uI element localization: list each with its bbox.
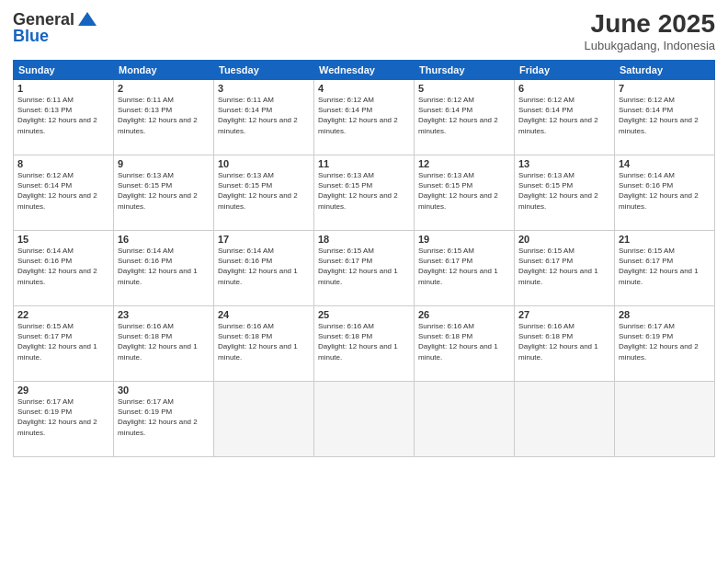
calendar-cell: 3 Sunrise: 6:11 AMSunset: 6:14 PMDayligh…	[214, 80, 314, 155]
day-info: Sunrise: 6:17 AMSunset: 6:19 PMDaylight:…	[619, 321, 711, 362]
calendar-cell: 30 Sunrise: 6:17 AMSunset: 6:19 PMDaylig…	[114, 382, 214, 457]
calendar-cell: 25 Sunrise: 6:16 AMSunset: 6:18 PMDaylig…	[314, 306, 415, 382]
day-info: Sunrise: 6:16 AMSunset: 6:18 PMDaylight:…	[118, 321, 210, 362]
day-number: 24	[218, 309, 310, 320]
day-number: 10	[218, 158, 310, 169]
day-info: Sunrise: 6:13 AMSunset: 6:15 PMDaylight:…	[218, 170, 310, 212]
calendar-header-friday: Friday	[515, 61, 615, 80]
calendar-cell	[214, 382, 314, 457]
calendar-cell: 24 Sunrise: 6:16 AMSunset: 6:18 PMDaylig…	[214, 306, 314, 382]
day-info: Sunrise: 6:14 AMSunset: 6:16 PMDaylight:…	[118, 246, 210, 287]
day-number: 9	[118, 158, 210, 169]
calendar-cell: 12 Sunrise: 6:13 AMSunset: 6:15 PMDaylig…	[415, 155, 515, 231]
calendar-cell	[314, 382, 415, 457]
day-info: Sunrise: 6:11 AMSunset: 6:14 PMDaylight:…	[218, 95, 310, 136]
calendar-header-monday: Monday	[114, 61, 214, 80]
day-info: Sunrise: 6:12 AMSunset: 6:14 PMDaylight:…	[518, 95, 610, 136]
calendar-week-3: 15 Sunrise: 6:14 AMSunset: 6:16 PMDaylig…	[14, 231, 715, 306]
day-number: 22	[17, 309, 109, 320]
day-info: Sunrise: 6:15 AMSunset: 6:17 PMDaylight:…	[17, 321, 109, 362]
day-info: Sunrise: 6:15 AMSunset: 6:17 PMDaylight:…	[518, 246, 610, 287]
day-info: Sunrise: 6:11 AMSunset: 6:13 PMDaylight:…	[118, 95, 210, 136]
title-block: June 2025 Lubukgadang, Indonesia	[585, 9, 715, 52]
day-number: 26	[418, 309, 510, 320]
day-number: 30	[118, 385, 210, 396]
day-number: 1	[17, 83, 109, 94]
page: General Blue June 2025 Lubukgadang, Indo…	[0, 0, 728, 563]
day-number: 18	[318, 234, 410, 245]
day-info: Sunrise: 6:12 AMSunset: 6:14 PMDaylight:…	[318, 95, 410, 136]
day-number: 6	[518, 83, 610, 94]
day-number: 7	[619, 83, 711, 94]
calendar-cell: 17 Sunrise: 6:14 AMSunset: 6:16 PMDaylig…	[214, 231, 314, 306]
calendar-cell: 11 Sunrise: 6:13 AMSunset: 6:15 PMDaylig…	[314, 155, 415, 231]
calendar-cell: 9 Sunrise: 6:13 AMSunset: 6:15 PMDayligh…	[114, 155, 214, 231]
day-number: 13	[518, 158, 610, 169]
day-info: Sunrise: 6:12 AMSunset: 6:14 PMDaylight:…	[418, 95, 510, 136]
title-location: Lubukgadang, Indonesia	[585, 39, 715, 52]
calendar-table: SundayMondayTuesdayWednesdayThursdayFrid…	[13, 60, 715, 457]
day-info: Sunrise: 6:15 AMSunset: 6:17 PMDaylight:…	[318, 246, 410, 287]
calendar-cell: 14 Sunrise: 6:14 AMSunset: 6:16 PMDaylig…	[615, 155, 715, 231]
calendar-week-4: 22 Sunrise: 6:15 AMSunset: 6:17 PMDaylig…	[14, 306, 715, 382]
calendar-cell: 22 Sunrise: 6:15 AMSunset: 6:17 PMDaylig…	[14, 306, 114, 382]
calendar-cell	[515, 382, 615, 457]
calendar-cell: 27 Sunrise: 6:16 AMSunset: 6:18 PMDaylig…	[515, 306, 615, 382]
day-number: 20	[518, 234, 610, 245]
day-info: Sunrise: 6:16 AMSunset: 6:18 PMDaylight:…	[318, 321, 410, 362]
calendar-cell: 4 Sunrise: 6:12 AMSunset: 6:14 PMDayligh…	[314, 80, 415, 155]
day-number: 8	[17, 158, 109, 169]
day-number: 29	[17, 385, 109, 396]
day-number: 3	[218, 83, 310, 94]
calendar-cell: 10 Sunrise: 6:13 AMSunset: 6:15 PMDaylig…	[214, 155, 314, 231]
day-number: 11	[318, 158, 410, 169]
day-info: Sunrise: 6:13 AMSunset: 6:15 PMDaylight:…	[518, 170, 610, 212]
calendar-header-wednesday: Wednesday	[314, 61, 415, 80]
day-info: Sunrise: 6:14 AMSunset: 6:16 PMDaylight:…	[218, 246, 310, 287]
day-info: Sunrise: 6:12 AMSunset: 6:14 PMDaylight:…	[17, 170, 109, 212]
calendar-cell: 21 Sunrise: 6:15 AMSunset: 6:17 PMDaylig…	[615, 231, 715, 306]
calendar-header-sunday: Sunday	[14, 61, 114, 80]
calendar-cell: 18 Sunrise: 6:15 AMSunset: 6:17 PMDaylig…	[314, 231, 415, 306]
calendar-cell: 2 Sunrise: 6:11 AMSunset: 6:13 PMDayligh…	[114, 80, 214, 155]
calendar-cell	[615, 382, 715, 457]
calendar-cell: 28 Sunrise: 6:17 AMSunset: 6:19 PMDaylig…	[615, 306, 715, 382]
day-info: Sunrise: 6:13 AMSunset: 6:15 PMDaylight:…	[418, 170, 510, 212]
calendar-cell: 5 Sunrise: 6:12 AMSunset: 6:14 PMDayligh…	[415, 80, 515, 155]
calendar-cell: 23 Sunrise: 6:16 AMSunset: 6:18 PMDaylig…	[114, 306, 214, 382]
header: General Blue June 2025 Lubukgadang, Indo…	[13, 9, 715, 52]
day-info: Sunrise: 6:12 AMSunset: 6:14 PMDaylight:…	[619, 95, 711, 136]
calendar-cell: 26 Sunrise: 6:16 AMSunset: 6:18 PMDaylig…	[415, 306, 515, 382]
calendar-week-2: 8 Sunrise: 6:12 AMSunset: 6:14 PMDayligh…	[14, 155, 715, 231]
logo: General Blue	[13, 9, 98, 46]
calendar-cell: 19 Sunrise: 6:15 AMSunset: 6:17 PMDaylig…	[415, 231, 515, 306]
day-number: 17	[218, 234, 310, 245]
calendar-cell: 8 Sunrise: 6:12 AMSunset: 6:14 PMDayligh…	[14, 155, 114, 231]
calendar-cell: 6 Sunrise: 6:12 AMSunset: 6:14 PMDayligh…	[515, 80, 615, 155]
calendar-cell	[415, 382, 515, 457]
day-info: Sunrise: 6:17 AMSunset: 6:19 PMDaylight:…	[118, 396, 210, 438]
day-number: 12	[418, 158, 510, 169]
day-number: 14	[619, 158, 711, 169]
day-number: 25	[318, 309, 410, 320]
day-number: 23	[118, 309, 210, 320]
day-info: Sunrise: 6:14 AMSunset: 6:16 PMDaylight:…	[619, 170, 711, 212]
day-info: Sunrise: 6:17 AMSunset: 6:19 PMDaylight:…	[17, 396, 109, 438]
day-number: 28	[619, 309, 711, 320]
logo-icon	[76, 9, 98, 31]
day-info: Sunrise: 6:16 AMSunset: 6:18 PMDaylight:…	[218, 321, 310, 362]
day-info: Sunrise: 6:13 AMSunset: 6:15 PMDaylight:…	[118, 170, 210, 212]
day-number: 5	[418, 83, 510, 94]
calendar-cell: 29 Sunrise: 6:17 AMSunset: 6:19 PMDaylig…	[14, 382, 114, 457]
day-number: 16	[118, 234, 210, 245]
day-number: 4	[318, 83, 410, 94]
calendar-cell: 15 Sunrise: 6:14 AMSunset: 6:16 PMDaylig…	[14, 231, 114, 306]
day-number: 2	[118, 83, 210, 94]
day-info: Sunrise: 6:14 AMSunset: 6:16 PMDaylight:…	[17, 246, 109, 287]
day-info: Sunrise: 6:16 AMSunset: 6:18 PMDaylight:…	[418, 321, 510, 362]
calendar-week-1: 1 Sunrise: 6:11 AMSunset: 6:13 PMDayligh…	[14, 80, 715, 155]
calendar-cell: 7 Sunrise: 6:12 AMSunset: 6:14 PMDayligh…	[615, 80, 715, 155]
day-info: Sunrise: 6:13 AMSunset: 6:15 PMDaylight:…	[318, 170, 410, 212]
day-number: 27	[518, 309, 610, 320]
calendar-header-row: SundayMondayTuesdayWednesdayThursdayFrid…	[14, 61, 715, 80]
